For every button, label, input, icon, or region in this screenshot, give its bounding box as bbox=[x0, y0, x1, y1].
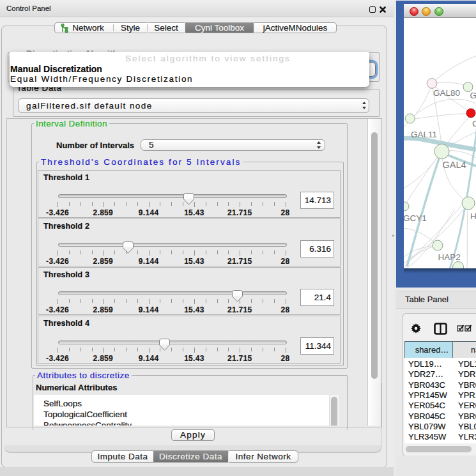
svg-text:GAL4: GAL4 bbox=[443, 160, 466, 170]
svg-text:GCY1: GCY1 bbox=[404, 213, 427, 223]
svg-text:H: H bbox=[470, 211, 476, 221]
svg-text:GA: GA bbox=[470, 91, 476, 100]
svg-text:C: C bbox=[472, 119, 476, 128]
svg-text:GAL11: GAL11 bbox=[411, 130, 437, 139]
svg-text:GAL80: GAL80 bbox=[433, 88, 460, 98]
svg-text:HAP2: HAP2 bbox=[438, 252, 461, 262]
